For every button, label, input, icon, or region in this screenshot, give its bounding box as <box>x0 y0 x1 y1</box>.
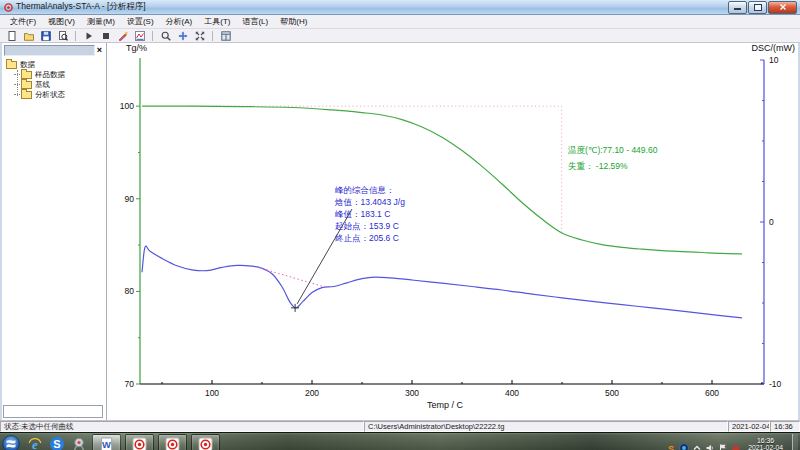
toolbar-grid-view-button[interactable] <box>218 29 233 43</box>
title-bar: ThermalAnalys-STA-A - [分析程序] <box>0 0 800 15</box>
toolbar-open-button[interactable] <box>21 29 36 43</box>
menu-item-6[interactable]: 语言(L) <box>236 16 274 27</box>
toolbar-curve-chart-button[interactable] <box>132 29 147 43</box>
s-browser-icon: S <box>49 436 65 450</box>
clock-time: 16:36 <box>748 437 783 445</box>
toolbar-scale-axes-button[interactable] <box>192 29 207 43</box>
panel-bottom-box <box>3 405 103 418</box>
comm-tool-icon <box>71 436 87 450</box>
caret-up-tray-icon[interactable] <box>692 439 702 449</box>
system-tray: S 16:36 2021-02-04 <box>666 434 798 450</box>
sogou-tray-icon[interactable]: S <box>666 439 676 449</box>
red-app-icon <box>165 437 180 450</box>
svg-text:300: 300 <box>405 388 419 398</box>
close-button[interactable] <box>768 1 797 14</box>
thermal-app-taskbar-button-5[interactable] <box>158 434 187 450</box>
region-marker <box>189 106 561 233</box>
toolbar-separator <box>152 31 153 41</box>
menu-bar: 文件(F)视图(V)测量(M)设置(S)分析(A)工具(T)语言(L)帮助(H) <box>0 15 800 29</box>
svg-text:90: 90 <box>125 194 135 204</box>
svg-text:e: e <box>32 437 38 450</box>
toolbar-separator <box>212 31 213 41</box>
word-icon: W <box>99 437 114 450</box>
svg-text:400: 400 <box>505 388 519 398</box>
word-taskbar-button[interactable]: W <box>92 434 121 450</box>
svg-text:Tg/%: Tg/% <box>126 43 147 53</box>
series-DSC <box>142 246 742 318</box>
close-icon <box>779 3 787 11</box>
svg-text:终止点：205.6 C: 终止点：205.6 C <box>335 233 399 243</box>
status-file-path: C:\Users\Administrator\Desktop\22222.tg <box>364 421 728 432</box>
panel-close-button[interactable]: × <box>95 46 104 55</box>
svg-text:失重： -12.59%: 失重： -12.59% <box>568 161 628 171</box>
menu-item-7[interactable]: 帮助(H) <box>274 16 313 27</box>
volume-tray-icon[interactable] <box>705 439 715 449</box>
toolbar-zoom-in-button[interactable] <box>158 29 173 43</box>
tree-item-label: 分析状态 <box>35 90 65 100</box>
tree-item-label: 基线 <box>35 80 50 90</box>
folder-icon <box>21 71 32 79</box>
client-area: × 数据样品数据基线分析状态 708090100-100101002003004… <box>0 43 800 420</box>
ie-icon: e <box>27 436 43 450</box>
toolbar-new-button[interactable] <box>4 29 19 43</box>
toolbar-stop-button[interactable] <box>98 29 113 43</box>
folder-icon <box>21 91 32 99</box>
app-window: ThermalAnalys-STA-A - [分析程序] 文件(F)视图(V)测… <box>0 0 800 450</box>
toolbar <box>0 29 800 43</box>
scale-axes-icon <box>195 31 205 41</box>
data-tree: 数据样品数据基线分析状态 <box>2 57 106 100</box>
tree-item-root[interactable]: 数据 <box>2 60 106 70</box>
save-icon <box>41 31 51 41</box>
svg-text:-10: -10 <box>769 379 782 389</box>
svg-text:70: 70 <box>125 379 135 389</box>
thermal-app-taskbar-button-6[interactable] <box>191 434 220 450</box>
shield-tray-icon[interactable] <box>679 439 689 449</box>
svg-text:600: 600 <box>705 388 719 398</box>
toolbar-edit-tool-button[interactable] <box>115 29 130 43</box>
toolbar-save-button[interactable] <box>38 29 53 43</box>
ie-taskbar-icon[interactable]: e <box>27 436 43 450</box>
svg-text:峰的综合信息：: 峰的综合信息： <box>335 185 395 195</box>
menu-item-3[interactable]: 设置(S) <box>121 16 160 27</box>
sidebar-title-field <box>4 45 95 56</box>
toolbar-print-preview-button[interactable] <box>55 29 70 43</box>
menu-item-0[interactable]: 文件(F) <box>4 16 42 27</box>
toolbar-pan-button[interactable] <box>175 29 190 43</box>
start-button[interactable] <box>2 435 20 450</box>
tray-icons: S <box>666 439 741 449</box>
taskbar-buttons: eSW <box>24 434 222 450</box>
svg-text:W: W <box>102 440 111 450</box>
taskbar-clock[interactable]: 16:36 2021-02-04 <box>744 437 787 450</box>
menu-item-2[interactable]: 测量(M) <box>81 16 121 27</box>
toolbar-run-button[interactable] <box>81 29 96 43</box>
series-peak-baseline <box>259 268 325 287</box>
svg-text:Temp / C: Temp / C <box>427 400 464 410</box>
restore-button[interactable] <box>748 1 767 14</box>
peak-leader-line <box>297 209 352 304</box>
sidebar-panel: × 数据样品数据基线分析状态 <box>2 43 107 420</box>
thermal-app-taskbar-button-4[interactable] <box>125 434 154 450</box>
curve-chart-icon <box>135 31 145 41</box>
comm-tool-taskbar-icon[interactable] <box>71 436 87 450</box>
minimize-button[interactable] <box>728 1 747 14</box>
toolbox-tray-icon[interactable] <box>731 439 741 449</box>
pan-icon <box>178 31 188 41</box>
s-browser-taskbar-icon[interactable]: S <box>49 436 65 450</box>
svg-text:200: 200 <box>305 388 319 398</box>
status-text: 状态:未选中任何曲线 <box>0 421 364 432</box>
menu-item-4[interactable]: 分析(A) <box>160 16 199 27</box>
toolbar-separator <box>75 31 76 41</box>
flag-tray-icon[interactable] <box>718 439 728 449</box>
tree-item-label: 样品数据 <box>35 70 65 80</box>
status-bar: 状态:未选中任何曲线 C:\Users\Administrator\Deskto… <box>0 420 800 432</box>
minimize-icon <box>734 8 741 10</box>
svg-text:起始点：153.9 C: 起始点：153.9 C <box>335 221 399 231</box>
menu-item-5[interactable]: 工具(T) <box>198 16 236 27</box>
svg-text:100: 100 <box>205 388 219 398</box>
svg-text:500: 500 <box>605 388 619 398</box>
menu-item-1[interactable]: 视图(V) <box>42 16 81 27</box>
taskbar: eSW S 16:36 2021-02-04 <box>0 432 800 450</box>
edit-tool-icon <box>118 31 128 41</box>
svg-text:0: 0 <box>769 217 774 227</box>
show-desktop-button[interactable] <box>792 434 798 450</box>
